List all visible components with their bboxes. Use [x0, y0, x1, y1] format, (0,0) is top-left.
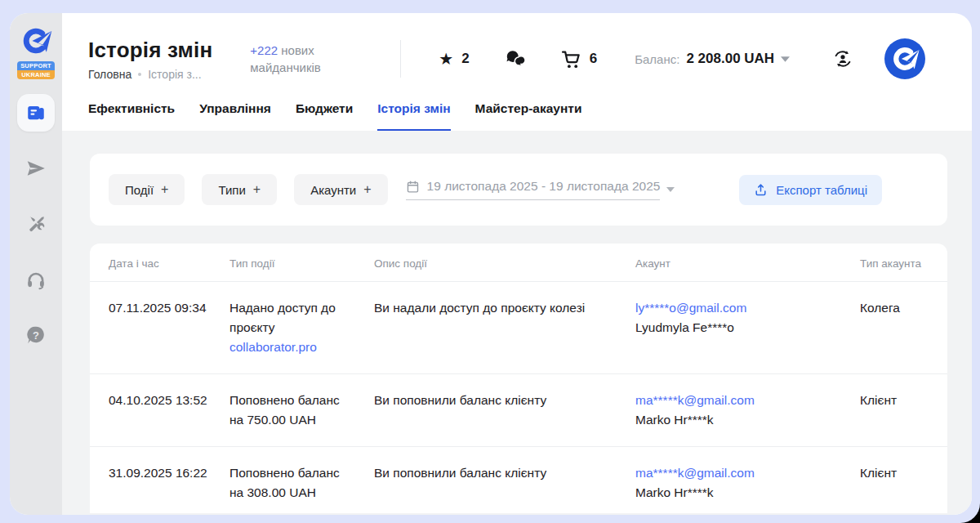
avatar-logo-icon	[889, 42, 921, 75]
support-ukraine-badge: SUPPORT UKRAINE	[17, 61, 55, 79]
favorites-count: 2	[461, 51, 469, 67]
chat-icon	[504, 48, 525, 69]
sidebar-item-send[interactable]	[17, 150, 55, 187]
table-header-row: Дата і час Тип події Опис події Акаунт Т…	[90, 244, 947, 282]
cell-account-type: Клієнт	[860, 447, 947, 514]
sidebar: SUPPORT UKRAINE	[10, 13, 62, 515]
export-icon	[754, 183, 768, 197]
plus-icon: +	[253, 182, 261, 197]
account-email-link[interactable]: ly*****o@gmail.com	[635, 301, 746, 315]
date-range-picker[interactable]: 19 листопада 2025 - 19 листопада 2025	[406, 179, 675, 200]
history-table-card: Дата і час Тип події Опис події Акаунт Т…	[90, 244, 947, 513]
avatar[interactable]	[884, 38, 925, 79]
cell-event-type: Поповнено баланс на 308.00 UAH	[229, 447, 374, 514]
export-table-button[interactable]: Експорт таблиці	[739, 175, 882, 205]
tools-icon	[26, 214, 47, 235]
page-background: SUPPORT UKRAINE	[0, 0, 980, 523]
balance-value: 2 208.00 UAH	[686, 51, 774, 67]
types-filter-label: Типи	[218, 183, 245, 197]
cell-description: Ви поповнили баланс клієнту	[374, 447, 635, 514]
favorites-counter[interactable]: ★ 2	[439, 51, 469, 67]
table-row: 31.09.2025 16:22 Поповнено баланс на 308…	[90, 447, 947, 514]
cell-account-type: Клієнт	[860, 374, 947, 447]
sidebar-item-feed[interactable]	[17, 94, 55, 132]
cell-datetime: 31.09.2025 16:22	[90, 447, 229, 514]
column-header-account: Акаунт	[635, 244, 860, 282]
breadcrumb-current: Історія з...	[148, 68, 201, 81]
headphones-icon	[25, 269, 47, 290]
event-type-text: Поповнено баланс на 750.00 UAH	[229, 393, 340, 427]
column-header-datetime: Дата і час	[90, 244, 229, 282]
cell-event-type: Поповнено баланс на 750.00 UAH	[229, 374, 374, 447]
calendar-icon	[406, 180, 420, 194]
cell-account-type: Колега	[860, 282, 947, 374]
account-name: Lyudmyla Fe****o	[635, 318, 853, 337]
app-window: SUPPORT UKRAINE	[10, 13, 972, 515]
history-table: Дата і час Тип події Опис події Акаунт Т…	[90, 244, 947, 513]
new-platforms-link[interactable]: +222 нових майданчиків	[250, 42, 346, 76]
accounts-filter-label: Акаунти	[310, 183, 356, 197]
chats-button[interactable]	[504, 48, 525, 69]
cell-account: ma*****k@gmail.com Marko Hr****k	[635, 374, 860, 447]
events-filter-button[interactable]: Події +	[109, 174, 185, 205]
breadcrumb-home[interactable]: Головна	[88, 68, 131, 81]
account-switch-icon	[832, 48, 853, 69]
content-area: Події + Типи + Акаунти +	[62, 131, 972, 515]
filter-bar: Події + Типи + Акаунти +	[90, 154, 947, 226]
header: Історія змін Головна Історія з... +222 н…	[62, 13, 972, 93]
title-block: Історія змін Головна Історія з...	[88, 38, 212, 81]
support-label: SUPPORT	[17, 61, 55, 70]
sidebar-item-tools[interactable]	[17, 205, 55, 243]
plus-icon: +	[161, 182, 168, 197]
cell-description: Ви надали доступ до проєкту колезі	[374, 282, 635, 374]
cart-icon	[561, 49, 581, 69]
cart-count: 6	[590, 51, 597, 67]
header-divider	[400, 40, 401, 78]
cell-account: ly*****o@gmail.com Lyudmyla Fe****o	[635, 282, 860, 374]
cell-datetime: 04.10.2025 13:52	[90, 374, 229, 447]
svg-text:?: ?	[33, 329, 39, 342]
tab-budgets[interactable]: Бюджети	[296, 101, 353, 131]
balance-label: Баланс:	[635, 52, 679, 66]
table-row: 07.11.2025 09:34 Надано доступ до проєкт…	[90, 282, 947, 374]
export-table-label: Експорт таблиці	[776, 183, 867, 197]
events-filter-label: Події	[125, 183, 154, 197]
tab-bar: Ефективність Управління Бюджети Історія …	[62, 93, 972, 131]
chevron-down-icon	[781, 56, 790, 62]
collaborator-logo-icon	[18, 23, 54, 59]
cell-account: ma*****k@gmail.com Marko Hr****k	[635, 447, 860, 514]
tab-change-history[interactable]: Історія змін	[377, 101, 450, 131]
account-name: Marko Hr****k	[635, 483, 853, 503]
balance-dropdown[interactable]: Баланс: 2 208.00 UAH	[635, 51, 790, 67]
tab-management[interactable]: Управління	[199, 101, 271, 131]
new-platforms-count: +222	[250, 43, 278, 57]
app-logo[interactable]: SUPPORT UKRAINE	[17, 23, 55, 79]
project-link[interactable]: collaborator.pro	[229, 337, 317, 357]
cell-description: Ви поповнили баланс клієнту	[374, 374, 635, 447]
column-header-account-type: Тип акаунта	[860, 244, 947, 282]
account-email-link[interactable]: ma*****k@gmail.com	[635, 466, 755, 480]
types-filter-button[interactable]: Типи +	[202, 174, 277, 205]
cart-counter[interactable]: 6	[561, 49, 597, 69]
account-email-link[interactable]: ma*****k@gmail.com	[635, 393, 755, 407]
date-range-value: 19 листопада 2025 - 19 листопада 2025	[427, 179, 661, 194]
event-type-text: Поповнено баланс на 308.00 UAH	[229, 466, 340, 499]
column-header-event-type: Тип події	[229, 244, 374, 282]
main-area: Історія змін Головна Історія з... +222 н…	[62, 13, 972, 515]
tab-effectiveness[interactable]: Ефективність	[88, 101, 175, 131]
sidebar-nav: ?	[17, 94, 55, 354]
help-icon: ?	[25, 324, 47, 346]
account-switch-button[interactable]	[832, 48, 853, 69]
page-title: Історія змін	[88, 38, 212, 63]
cell-datetime: 07.11.2025 09:34	[90, 282, 229, 374]
chevron-down-icon	[666, 187, 675, 192]
event-type-text: Надано доступ до проєкту	[229, 301, 336, 334]
feed-icon	[25, 102, 47, 123]
table-row: 04.10.2025 13:52 Поповнено баланс на 750…	[90, 374, 947, 447]
sidebar-item-support[interactable]	[17, 261, 55, 298]
cell-event-type: Надано доступ до проєкту collaborator.pr…	[229, 282, 374, 374]
ukraine-label: UKRAINE	[17, 70, 55, 79]
tab-master-accounts[interactable]: Майстер-акаунти	[475, 101, 582, 131]
sidebar-item-help[interactable]: ?	[17, 316, 55, 354]
accounts-filter-button[interactable]: Акаунти +	[294, 174, 387, 205]
